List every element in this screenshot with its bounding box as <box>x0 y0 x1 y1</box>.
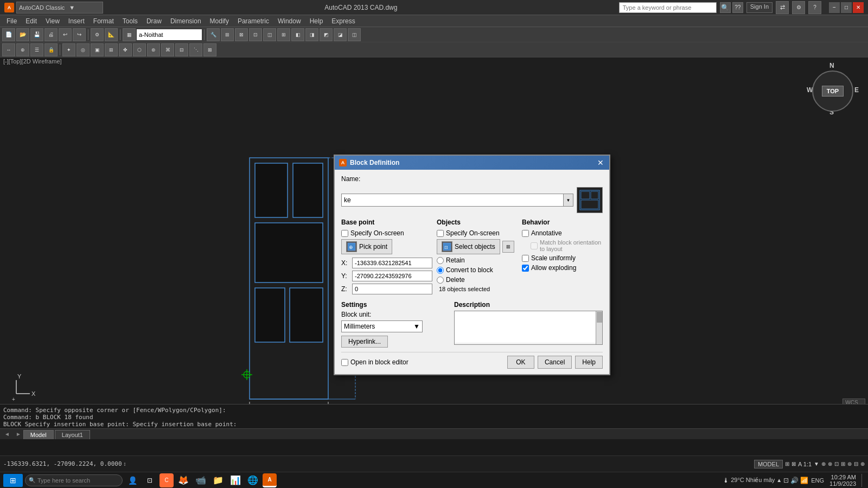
objects-specify-onscreen-checkbox[interactable] <box>437 230 444 237</box>
name-dropdown-button[interactable]: ▼ <box>563 194 573 206</box>
tb-extra5[interactable]: ⊞ <box>277 28 290 41</box>
menu-file[interactable]: File <box>2 16 21 26</box>
t2-icon11[interactable]: ⊛ <box>147 43 160 56</box>
t2-icon6[interactable]: ◎ <box>76 43 90 56</box>
ok-button[interactable]: OK <box>507 356 534 369</box>
tab-layout1[interactable]: Layout1 <box>55 430 90 439</box>
new-icon[interactable]: 📄 <box>2 28 15 41</box>
help-button[interactable]: Help <box>575 356 603 369</box>
x-coord-input[interactable] <box>352 258 432 268</box>
retain-radio[interactable] <box>437 257 444 264</box>
show-desktop-button[interactable] <box>861 474 865 487</box>
tab-model[interactable]: Model <box>23 430 54 439</box>
help-icon[interactable]: ? <box>808 1 821 14</box>
open-icon[interactable]: 📂 <box>16 28 29 41</box>
tb-extra9[interactable]: ◪ <box>334 28 347 41</box>
t2-icon15[interactable]: ⊠ <box>203 43 216 56</box>
t2-icon14[interactable]: ⋱ <box>189 43 202 56</box>
tb-extra10[interactable]: ◫ <box>348 28 361 41</box>
t2-icon12[interactable]: ⌘ <box>161 43 174 56</box>
t2-icon10[interactable]: ⬡ <box>133 43 146 56</box>
match-block-checkbox[interactable] <box>531 242 538 249</box>
menu-view[interactable]: View <box>41 16 64 26</box>
t2-icon1[interactable]: ↔ <box>2 43 15 56</box>
tb-extra2[interactable]: ⊠ <box>235 28 248 41</box>
name-input[interactable] <box>342 194 563 206</box>
close-button[interactable]: ✕ <box>853 2 864 13</box>
specify-onscreen-checkbox[interactable] <box>341 230 348 237</box>
menu-express[interactable]: Express <box>327 16 359 26</box>
minimize-button[interactable]: − <box>829 2 840 13</box>
taskbar-icon-chrome-ext[interactable]: C <box>159 473 174 487</box>
redo-icon[interactable]: ↪ <box>73 28 86 41</box>
menu-format[interactable]: Format <box>89 16 118 26</box>
z-coord-input[interactable] <box>352 284 432 294</box>
menu-modify[interactable]: Modify <box>206 16 233 26</box>
t2-icon4[interactable]: 🔒 <box>44 43 58 56</box>
block-unit-dropdown[interactable]: Millimeters ▼ <box>341 320 423 332</box>
menu-window[interactable]: Window <box>273 16 305 26</box>
taskbar-arrow-up[interactable]: ▲ <box>776 477 782 483</box>
hyperlink-button[interactable]: Hyperlink... <box>341 336 388 348</box>
menu-insert[interactable]: Insert <box>64 16 89 26</box>
menu-edit[interactable]: Edit <box>21 16 41 26</box>
t2-icon13[interactable]: ⊟ <box>175 43 188 56</box>
tb-extra6[interactable]: ◧ <box>291 28 304 41</box>
tb-extra3[interactable]: ⊡ <box>249 28 262 41</box>
t2-icon7[interactable]: ▣ <box>91 43 104 56</box>
tb-extra1[interactable]: ⊞ <box>221 28 234 41</box>
taskbar-search[interactable]: 🔍 Type here to search <box>25 474 123 486</box>
help-expand-icon[interactable]: ?? <box>732 2 743 13</box>
delete-radio[interactable] <box>437 277 444 284</box>
taskbar-icon-autocad[interactable]: A <box>263 473 277 487</box>
convert-to-block-radio[interactable] <box>437 267 444 274</box>
dialog-close-button[interactable]: ✕ <box>596 158 605 167</box>
keyword-search-input[interactable] <box>619 2 717 13</box>
taskbar-icon-cortana[interactable]: 👤 <box>125 473 140 488</box>
exchange-icon[interactable]: ⇄ <box>776 1 789 14</box>
restore-button[interactable]: □ <box>841 2 852 13</box>
quickselect-icon[interactable]: ⊞ <box>502 241 514 253</box>
settings-icon[interactable]: ⚙ <box>792 1 805 14</box>
layer-state-icon[interactable]: ▦ <box>123 28 136 41</box>
pick-point-button[interactable]: ⊕ Pick point <box>341 239 392 254</box>
taskbar-icon-zoom[interactable]: 📹 <box>193 473 208 488</box>
save-icon[interactable]: 💾 <box>30 28 43 41</box>
taskbar-icon-ff[interactable]: 🦊 <box>176 473 191 488</box>
cancel-button[interactable]: Cancel <box>538 356 572 369</box>
t2-icon5[interactable]: ✦ <box>62 43 75 56</box>
start-button[interactable]: ⊞ <box>3 474 23 487</box>
description-textarea[interactable] <box>455 311 596 343</box>
t2-icon9[interactable]: ✤ <box>119 43 132 56</box>
t2-icon3[interactable]: ☰ <box>30 43 43 56</box>
select-objects-button[interactable]: ⊡ Select objects <box>437 239 500 254</box>
tb-extra4[interactable]: ◫ <box>263 28 276 41</box>
tool2-icon[interactable]: 📐 <box>105 28 118 41</box>
taskbar-icon-taskview[interactable]: ⊡ <box>142 473 157 488</box>
tab-nav-prev[interactable]: ◄ <box>2 431 12 437</box>
open-in-block-editor-checkbox[interactable] <box>341 359 348 366</box>
t2-icon8[interactable]: ⊞ <box>105 43 118 56</box>
menu-dimension[interactable]: Dimension <box>166 16 206 26</box>
properties-icon[interactable]: 🔧 <box>207 28 220 41</box>
taskbar-icon-files[interactable]: 📁 <box>210 473 226 488</box>
allow-exploding-checkbox[interactable] <box>522 265 529 272</box>
taskbar-icon-chrome[interactable]: 🌐 <box>245 473 260 488</box>
menu-draw[interactable]: Draw <box>142 16 166 26</box>
tb-extra7[interactable]: ◨ <box>305 28 318 41</box>
tb-extra8[interactable]: ◩ <box>320 28 333 41</box>
menu-tools[interactable]: Tools <box>118 16 142 26</box>
menu-help[interactable]: Help <box>305 16 328 26</box>
print-icon[interactable]: 🖨 <box>44 28 58 41</box>
tool1-icon[interactable]: ⚙ <box>91 28 104 41</box>
scale-uniformly-checkbox[interactable] <box>522 255 529 262</box>
taskbar-icon-excel[interactable]: 📊 <box>228 473 243 488</box>
y-coord-input[interactable] <box>352 271 432 281</box>
profile-dropdown[interactable]: AutoCAD Classic ▼ <box>16 2 103 14</box>
undo-icon[interactable]: ↩ <box>59 28 72 41</box>
description-scrollbar[interactable] <box>596 311 602 344</box>
annotative-checkbox[interactable] <box>522 230 529 237</box>
search-icon[interactable]: 🔍 <box>720 2 731 13</box>
sign-in-button[interactable]: Sign In <box>746 2 773 13</box>
menu-parametric[interactable]: Parametric <box>233 16 273 26</box>
